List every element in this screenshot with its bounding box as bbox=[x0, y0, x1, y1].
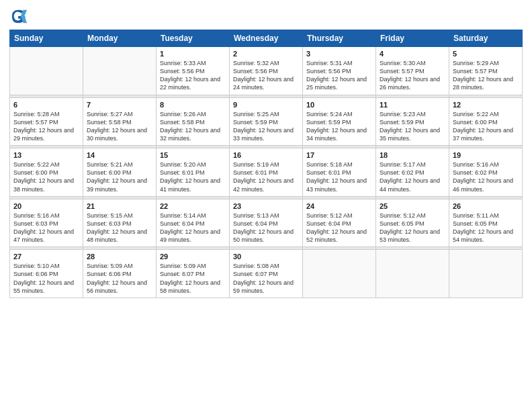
day-cell: 27Sunrise: 5:10 AMSunset: 6:06 PMDayligh… bbox=[10, 250, 83, 298]
day-cell: 28Sunrise: 5:09 AMSunset: 6:06 PMDayligh… bbox=[83, 250, 157, 298]
day-number: 17 bbox=[306, 151, 372, 159]
day-cell: 29Sunrise: 5:09 AMSunset: 6:07 PMDayligh… bbox=[157, 250, 230, 298]
day-number: 2 bbox=[233, 50, 299, 58]
day-info: Sunrise: 5:17 AMSunset: 6:02 PMDaylight:… bbox=[380, 161, 445, 193]
day-cell: 7Sunrise: 5:27 AMSunset: 5:58 PMDaylight… bbox=[83, 97, 157, 146]
day-number: 3 bbox=[306, 50, 372, 58]
day-cell: 19Sunrise: 5:16 AMSunset: 6:02 PMDayligh… bbox=[449, 148, 523, 197]
day-info: Sunrise: 5:12 AMSunset: 6:05 PMDaylight:… bbox=[380, 212, 445, 244]
day-cell bbox=[10, 47, 83, 95]
header bbox=[9, 7, 523, 26]
day-info: Sunrise: 5:13 AMSunset: 6:04 PMDaylight:… bbox=[233, 212, 299, 244]
day-info: Sunrise: 5:12 AMSunset: 6:04 PMDaylight:… bbox=[306, 212, 372, 244]
week-row-5: 27Sunrise: 5:10 AMSunset: 6:06 PMDayligh… bbox=[10, 250, 523, 298]
day-number: 28 bbox=[87, 253, 152, 261]
day-cell: 21Sunrise: 5:15 AMSunset: 6:03 PMDayligh… bbox=[83, 199, 157, 247]
day-number: 8 bbox=[160, 101, 226, 109]
day-cell: 25Sunrise: 5:12 AMSunset: 6:05 PMDayligh… bbox=[376, 199, 449, 247]
day-cell bbox=[303, 250, 376, 298]
day-cell: 26Sunrise: 5:11 AMSunset: 6:05 PMDayligh… bbox=[449, 199, 523, 247]
day-cell bbox=[449, 250, 523, 298]
day-info: Sunrise: 5:25 AMSunset: 5:59 PMDaylight:… bbox=[233, 110, 299, 143]
week-row-1: 1Sunrise: 5:33 AMSunset: 5:56 PMDaylight… bbox=[10, 47, 523, 95]
weekday-header-wednesday: Wednesday bbox=[230, 30, 303, 47]
day-info: Sunrise: 5:22 AMSunset: 6:00 PMDaylight:… bbox=[453, 110, 519, 143]
day-number: 25 bbox=[380, 202, 445, 210]
day-info: Sunrise: 5:18 AMSunset: 6:01 PMDaylight:… bbox=[306, 161, 372, 193]
day-cell: 17Sunrise: 5:18 AMSunset: 6:01 PMDayligh… bbox=[303, 148, 376, 197]
week-row-2: 6Sunrise: 5:28 AMSunset: 5:57 PMDaylight… bbox=[10, 97, 523, 146]
day-info: Sunrise: 5:15 AMSunset: 6:03 PMDaylight:… bbox=[87, 212, 152, 244]
weekday-header-friday: Friday bbox=[376, 30, 449, 47]
day-cell: 13Sunrise: 5:22 AMSunset: 6:00 PMDayligh… bbox=[10, 148, 83, 197]
day-number: 12 bbox=[453, 101, 519, 109]
day-info: Sunrise: 5:19 AMSunset: 6:01 PMDaylight:… bbox=[233, 161, 299, 193]
day-number: 27 bbox=[13, 253, 79, 261]
day-cell: 8Sunrise: 5:26 AMSunset: 5:58 PMDaylight… bbox=[157, 97, 230, 146]
day-number: 23 bbox=[233, 202, 299, 210]
day-number: 21 bbox=[87, 202, 152, 210]
weekday-header-saturday: Saturday bbox=[449, 30, 523, 47]
day-number: 11 bbox=[380, 101, 445, 109]
day-info: Sunrise: 5:32 AMSunset: 5:56 PMDaylight:… bbox=[233, 59, 299, 92]
day-number: 24 bbox=[306, 202, 372, 210]
day-cell bbox=[83, 47, 157, 95]
day-number: 16 bbox=[233, 151, 299, 159]
day-cell: 1Sunrise: 5:33 AMSunset: 5:56 PMDaylight… bbox=[157, 47, 230, 95]
day-info: Sunrise: 5:30 AMSunset: 5:57 PMDaylight:… bbox=[380, 59, 445, 92]
day-info: Sunrise: 5:09 AMSunset: 6:07 PMDaylight:… bbox=[160, 262, 226, 295]
calendar-header: SundayMondayTuesdayWednesdayThursdayFrid… bbox=[10, 30, 523, 47]
day-number: 29 bbox=[160, 253, 226, 261]
day-cell: 4Sunrise: 5:30 AMSunset: 5:57 PMDaylight… bbox=[376, 47, 449, 95]
day-cell: 14Sunrise: 5:21 AMSunset: 6:00 PMDayligh… bbox=[83, 148, 157, 197]
day-info: Sunrise: 5:23 AMSunset: 5:59 PMDaylight:… bbox=[380, 110, 445, 143]
day-info: Sunrise: 5:26 AMSunset: 5:58 PMDaylight:… bbox=[160, 110, 226, 143]
day-number: 6 bbox=[13, 101, 79, 109]
day-info: Sunrise: 5:14 AMSunset: 6:04 PMDaylight:… bbox=[160, 212, 226, 244]
day-info: Sunrise: 5:16 AMSunset: 6:03 PMDaylight:… bbox=[13, 212, 79, 244]
day-info: Sunrise: 5:20 AMSunset: 6:01 PMDaylight:… bbox=[160, 161, 226, 193]
day-number: 22 bbox=[160, 202, 226, 210]
day-number: 1 bbox=[160, 50, 226, 58]
day-info: Sunrise: 5:28 AMSunset: 5:57 PMDaylight:… bbox=[13, 110, 79, 143]
day-info: Sunrise: 5:27 AMSunset: 5:58 PMDaylight:… bbox=[87, 110, 152, 143]
week-row-3: 13Sunrise: 5:22 AMSunset: 6:00 PMDayligh… bbox=[10, 148, 523, 197]
day-cell: 11Sunrise: 5:23 AMSunset: 5:59 PMDayligh… bbox=[376, 97, 449, 146]
day-number: 14 bbox=[87, 151, 152, 159]
day-number: 13 bbox=[13, 151, 79, 159]
day-cell: 16Sunrise: 5:19 AMSunset: 6:01 PMDayligh… bbox=[230, 148, 303, 197]
calendar-table: SundayMondayTuesdayWednesdayThursdayFrid… bbox=[9, 30, 523, 298]
day-cell: 10Sunrise: 5:24 AMSunset: 5:59 PMDayligh… bbox=[303, 97, 376, 146]
day-info: Sunrise: 5:33 AMSunset: 5:56 PMDaylight:… bbox=[160, 59, 226, 92]
day-info: Sunrise: 5:31 AMSunset: 5:56 PMDaylight:… bbox=[306, 59, 372, 92]
day-number: 7 bbox=[87, 101, 152, 109]
day-cell: 24Sunrise: 5:12 AMSunset: 6:04 PMDayligh… bbox=[303, 199, 376, 247]
weekday-header-monday: Monday bbox=[83, 30, 157, 47]
day-number: 20 bbox=[13, 202, 79, 210]
day-info: Sunrise: 5:21 AMSunset: 6:00 PMDaylight:… bbox=[87, 161, 152, 193]
day-cell: 20Sunrise: 5:16 AMSunset: 6:03 PMDayligh… bbox=[10, 199, 83, 247]
weekday-header-sunday: Sunday bbox=[10, 30, 83, 47]
logo bbox=[9, 7, 31, 26]
weekday-header-tuesday: Tuesday bbox=[157, 30, 230, 47]
day-cell: 12Sunrise: 5:22 AMSunset: 6:00 PMDayligh… bbox=[449, 97, 523, 146]
day-cell: 23Sunrise: 5:13 AMSunset: 6:04 PMDayligh… bbox=[230, 199, 303, 247]
week-row-4: 20Sunrise: 5:16 AMSunset: 6:03 PMDayligh… bbox=[10, 199, 523, 247]
day-number: 30 bbox=[233, 253, 299, 261]
day-cell: 15Sunrise: 5:20 AMSunset: 6:01 PMDayligh… bbox=[157, 148, 230, 197]
day-cell: 2Sunrise: 5:32 AMSunset: 5:56 PMDaylight… bbox=[230, 47, 303, 95]
day-number: 19 bbox=[453, 151, 519, 159]
day-info: Sunrise: 5:09 AMSunset: 6:06 PMDaylight:… bbox=[87, 262, 152, 295]
day-cell bbox=[376, 250, 449, 298]
day-cell: 6Sunrise: 5:28 AMSunset: 5:57 PMDaylight… bbox=[10, 97, 83, 146]
weekday-header-thursday: Thursday bbox=[303, 30, 376, 47]
day-info: Sunrise: 5:24 AMSunset: 5:59 PMDaylight:… bbox=[306, 110, 372, 143]
day-number: 5 bbox=[453, 50, 519, 58]
day-info: Sunrise: 5:29 AMSunset: 5:57 PMDaylight:… bbox=[453, 59, 519, 92]
day-info: Sunrise: 5:10 AMSunset: 6:06 PMDaylight:… bbox=[13, 262, 79, 295]
page: SundayMondayTuesdayWednesdayThursdayFrid… bbox=[0, 0, 532, 411]
day-info: Sunrise: 5:22 AMSunset: 6:00 PMDaylight:… bbox=[13, 161, 79, 193]
day-cell: 3Sunrise: 5:31 AMSunset: 5:56 PMDaylight… bbox=[303, 47, 376, 95]
day-cell: 30Sunrise: 5:08 AMSunset: 6:07 PMDayligh… bbox=[230, 250, 303, 298]
day-info: Sunrise: 5:08 AMSunset: 6:07 PMDaylight:… bbox=[233, 262, 299, 295]
